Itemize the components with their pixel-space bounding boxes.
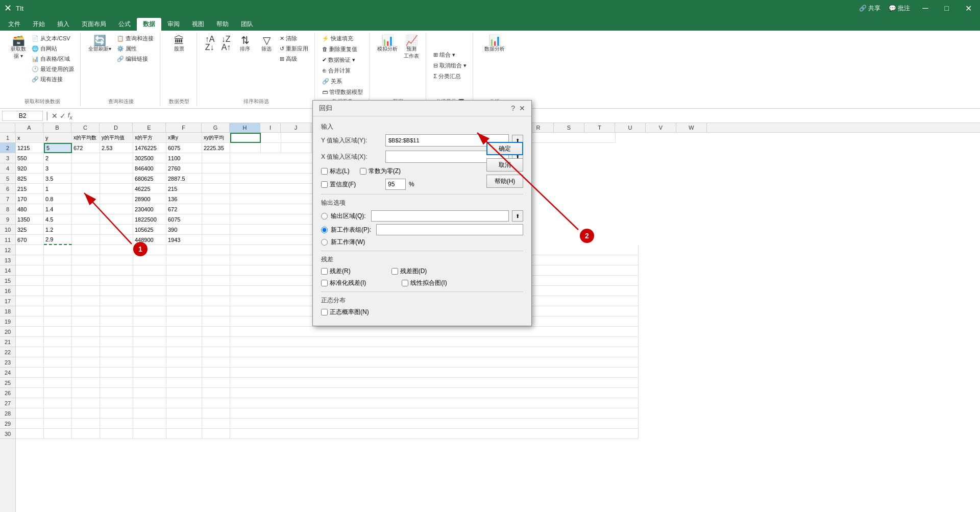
cell-E26[interactable] <box>133 388 166 398</box>
cell-A9[interactable]: 1350 <box>16 214 44 225</box>
dialog-cancel-button[interactable]: 取消 <box>486 158 523 172</box>
row-header-24[interactable]: 24 <box>0 368 15 378</box>
cell-F28[interactable] <box>166 408 202 419</box>
cell-B16[interactable] <box>44 286 72 296</box>
row-header-12[interactable]: 12 <box>0 245 15 255</box>
stocks-button[interactable]: 🏛 股票 <box>169 34 189 54</box>
relations-button[interactable]: 🔗 关系 <box>320 77 344 86</box>
cell-F21[interactable] <box>166 337 202 347</box>
cell-F13[interactable] <box>166 255 202 265</box>
cell-A12[interactable] <box>16 245 44 255</box>
col-header-W[interactable]: W <box>676 123 707 132</box>
cell-E15[interactable] <box>133 276 166 286</box>
cell-B14[interactable] <box>44 265 72 276</box>
cell-D27[interactable] <box>100 398 133 408</box>
tab-layout[interactable]: 页面布局 <box>76 18 112 31</box>
cell-B25[interactable] <box>44 378 72 388</box>
row-header-25[interactable]: 25 <box>0 378 15 388</box>
cell-rest21[interactable] <box>230 337 639 347</box>
data-analysis-button[interactable]: 📊 数据分析 <box>482 34 507 54</box>
col-header-H[interactable]: H <box>230 123 260 132</box>
output-range-radio[interactable] <box>321 213 328 220</box>
cell-C17[interactable] <box>72 296 100 306</box>
manage-model-button[interactable]: 🗃 管理数据模型 <box>320 87 365 97</box>
tab-review[interactable]: 审阅 <box>161 18 186 31</box>
cell-F29[interactable] <box>166 419 202 429</box>
cell-D8[interactable] <box>100 204 133 214</box>
dialog-ok-button[interactable]: 确定 <box>486 142 523 155</box>
dialog-help-button[interactable]: 帮助(H) <box>486 175 523 188</box>
forecast-sheet-button[interactable]: 📈 预测工作表 <box>401 34 422 61</box>
cell-F11[interactable]: 1943 <box>166 235 202 245</box>
cell-C30[interactable] <box>72 429 100 439</box>
row-header-8[interactable]: 8 <box>0 204 15 214</box>
cell-F22[interactable] <box>166 347 202 357</box>
cell-E19[interactable] <box>133 316 166 327</box>
tab-view[interactable]: 视图 <box>186 18 210 31</box>
get-data-button[interactable]: 🗃️ 获取数据 ▾ <box>8 34 29 61</box>
cell-D9[interactable] <box>100 214 133 225</box>
cell-C6[interactable] <box>72 184 100 194</box>
row-header-5[interactable]: 5 <box>0 174 15 184</box>
filter-button[interactable]: ▽ 筛选 <box>256 34 277 54</box>
row-header-6[interactable]: 6 <box>0 184 15 194</box>
cell-E1[interactable]: x的平方 <box>133 133 166 143</box>
row-header-2[interactable]: 2 <box>0 143 15 153</box>
cell-C11[interactable] <box>72 235 100 245</box>
tab-help[interactable]: 帮助 <box>210 18 235 31</box>
cell-C3[interactable] <box>72 153 100 163</box>
cell-B18[interactable] <box>44 306 72 316</box>
ungroup-button[interactable]: ⊟ 取消组合 ▾ <box>431 61 469 70</box>
cell-F3[interactable]: 1100 <box>166 153 202 163</box>
cell-D1[interactable]: y的平均值 <box>100 133 133 143</box>
cell-C25[interactable] <box>72 378 100 388</box>
sort-asc-button[interactable]: ↑AZ↓ <box>202 34 217 53</box>
cell-J2[interactable] <box>281 143 312 153</box>
cell-rest27[interactable] <box>230 398 639 408</box>
cell-B9[interactable]: 4.5 <box>44 214 72 225</box>
cell-G19[interactable] <box>202 316 230 327</box>
new-worksheet-input[interactable] <box>376 224 523 235</box>
row-header-29[interactable]: 29 <box>0 419 15 429</box>
confidence-checkbox[interactable] <box>321 181 328 188</box>
cell-G8[interactable] <box>202 204 230 214</box>
col-header-A[interactable]: A <box>15 123 43 132</box>
cell-D5[interactable] <box>100 174 133 184</box>
row-header-30[interactable]: 30 <box>0 429 15 439</box>
cell-D13[interactable] <box>100 255 133 265</box>
cell-C24[interactable] <box>72 368 100 378</box>
cell-A6[interactable]: 215 <box>16 184 44 194</box>
cell-B22[interactable] <box>44 347 72 357</box>
row-header-11[interactable]: 11 <box>0 235 15 245</box>
confidence-value-input[interactable] <box>385 179 406 190</box>
cell-A11[interactable]: 670 <box>16 235 44 245</box>
cell-F19[interactable] <box>166 316 202 327</box>
cell-C20[interactable] <box>72 327 100 337</box>
cell-G1[interactable]: xy的平均 <box>202 133 230 143</box>
cell-rest28[interactable] <box>230 408 639 419</box>
cell-E14[interactable] <box>133 265 166 276</box>
function-icon[interactable]: fx <box>68 111 72 120</box>
cell-E24[interactable] <box>133 368 166 378</box>
cell-B17[interactable] <box>44 296 72 306</box>
cancel-icon[interactable]: ✕ <box>52 112 58 120</box>
col-header-S[interactable]: S <box>554 123 584 132</box>
cell-D11[interactable] <box>100 235 133 245</box>
confirm-icon[interactable]: ✓ <box>60 112 66 120</box>
row-header-23[interactable]: 23 <box>0 357 15 368</box>
cell-A10[interactable]: 325 <box>16 225 44 235</box>
cell-D15[interactable] <box>100 276 133 286</box>
cell-G29[interactable] <box>202 419 230 429</box>
cell-E17[interactable] <box>133 296 166 306</box>
cell-G11[interactable] <box>202 235 230 245</box>
cell-A17[interactable] <box>16 296 44 306</box>
cell-D22[interactable] <box>100 347 133 357</box>
cell-G13[interactable] <box>202 255 230 265</box>
cell-A29[interactable] <box>16 419 44 429</box>
cell-D10[interactable] <box>100 225 133 235</box>
cell-B28[interactable] <box>44 408 72 419</box>
cell-G16[interactable] <box>202 286 230 296</box>
cell-D16[interactable] <box>100 286 133 296</box>
cell-E11[interactable]: 448900 <box>133 235 166 245</box>
cell-B27[interactable] <box>44 398 72 408</box>
